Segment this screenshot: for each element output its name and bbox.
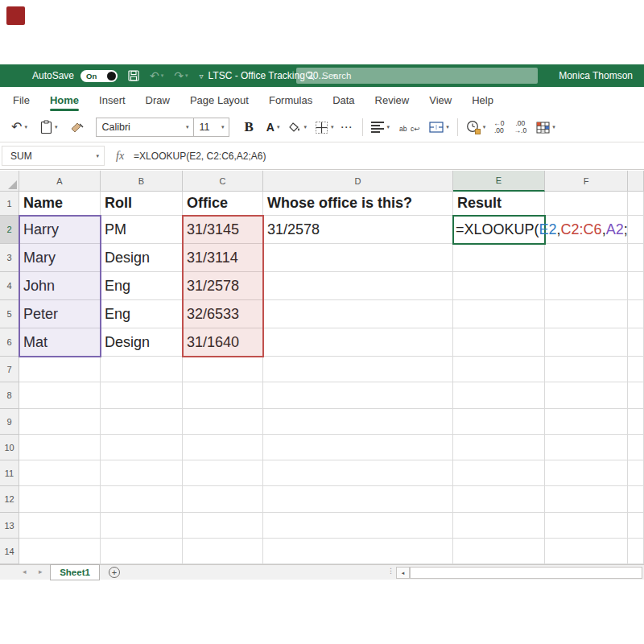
cell-D3[interactable] [263, 244, 453, 272]
cell-B5[interactable]: Eng [101, 300, 183, 328]
cell-F5[interactable] [545, 300, 628, 328]
cell-E14[interactable] [453, 539, 545, 564]
column-header-D[interactable]: D [263, 171, 453, 192]
cell-partial-3[interactable] [628, 244, 644, 272]
font-name-select[interactable]: Calibri ▾ [96, 118, 194, 137]
ribbon-tab-view[interactable]: View [429, 87, 452, 113]
bold-button[interactable]: B [244, 119, 253, 135]
cell-A9[interactable] [19, 409, 101, 435]
ribbon-tab-formulas[interactable]: Formulas [269, 87, 312, 113]
cell-C9[interactable] [183, 409, 263, 435]
select-all-corner[interactable] [0, 171, 19, 192]
undo-toolbar-button[interactable]: ↶ ▾ [11, 121, 27, 134]
paste-button[interactable]: ▾ [40, 120, 58, 134]
horizontal-scrollbar[interactable] [410, 567, 642, 579]
cell-D4[interactable] [263, 272, 453, 300]
cell-A1[interactable]: Name [19, 192, 101, 216]
row-header-5[interactable]: 5 [0, 300, 19, 328]
cell-partial-8[interactable] [628, 382, 644, 409]
ribbon-tab-insert[interactable]: Insert [99, 87, 126, 113]
cell-D10[interactable] [263, 435, 453, 460]
row-header-7[interactable]: 7 [0, 357, 19, 382]
cell-E9[interactable] [453, 409, 545, 435]
cell-A11[interactable] [19, 460, 101, 486]
cell-B7[interactable] [101, 357, 183, 382]
cell-E5[interactable] [453, 300, 545, 328]
cell-C5[interactable]: 32/6533 [183, 300, 263, 328]
cell-F10[interactable] [545, 435, 628, 460]
ribbon-tab-home[interactable]: Home [50, 87, 79, 113]
ribbon-tab-file[interactable]: File [13, 87, 30, 113]
cell-D1[interactable]: Whose office is this? [263, 192, 453, 216]
cell-C11[interactable] [183, 460, 263, 486]
cell-C1[interactable]: Office [183, 192, 263, 216]
ribbon-tab-page-layout[interactable]: Page Layout [190, 87, 249, 113]
cell-D2[interactable]: 31/2578 [263, 216, 453, 244]
cell-partial-11[interactable] [628, 460, 644, 486]
active-cell-editor[interactable]: =XLOOKUP(E2, C2:C6,A2; [456, 216, 644, 244]
cell-partial-13[interactable] [628, 513, 644, 539]
formula-input[interactable]: =XLOOKUP(E2, C2:C6,A2;A6) [134, 151, 266, 162]
cell-partial-7[interactable] [628, 357, 644, 382]
cell-D9[interactable] [263, 409, 453, 435]
cell-C7[interactable] [183, 357, 263, 382]
row-header-1[interactable]: 1 [0, 192, 19, 216]
cell-partial-12[interactable] [628, 486, 644, 513]
cell-E3[interactable] [453, 244, 545, 272]
cell-E11[interactable] [453, 460, 545, 486]
autosave-toggle[interactable]: On [80, 70, 118, 82]
row-header-2[interactable]: 2 [0, 216, 19, 244]
cell-partial-9[interactable] [628, 409, 644, 435]
scroll-left-button[interactable]: ◂ [396, 567, 410, 579]
cell-E1[interactable]: Result [453, 192, 545, 216]
number-format-button[interactable]: ▾ [466, 120, 486, 134]
sheet-tab-sheet1[interactable]: Sheet1 [50, 564, 100, 580]
cell-B12[interactable] [101, 486, 183, 513]
cell-partial-5[interactable] [628, 300, 644, 328]
cell-E10[interactable] [453, 435, 545, 460]
cell-B11[interactable] [101, 460, 183, 486]
cell-B9[interactable] [101, 409, 183, 435]
cell-F9[interactable] [545, 409, 628, 435]
row-header-13[interactable]: 13 [0, 513, 19, 539]
cell-D11[interactable] [263, 460, 453, 486]
cell-A7[interactable] [19, 357, 101, 382]
cell-B13[interactable] [101, 513, 183, 539]
cell-D8[interactable] [263, 382, 453, 409]
prev-sheet-button[interactable]: ◂ [23, 568, 27, 576]
cell-F8[interactable] [545, 382, 628, 409]
user-name[interactable]: Monica Thomson [559, 70, 633, 81]
ribbon-tab-draw[interactable]: Draw [146, 87, 170, 113]
cell-C8[interactable] [183, 382, 263, 409]
cell-A2[interactable]: Harry [19, 216, 101, 244]
row-header-8[interactable]: 8 [0, 382, 19, 409]
cell-B1[interactable]: Roll [101, 192, 183, 216]
cell-F12[interactable] [545, 486, 628, 513]
row-header-3[interactable]: 3 [0, 244, 19, 272]
undo-button[interactable]: ↶ ▾ [150, 69, 163, 82]
scrollbar-drag-handle-icon[interactable]: ⋮ [387, 567, 394, 575]
cell-E7[interactable] [453, 357, 545, 382]
cell-B14[interactable] [101, 539, 183, 564]
cell-F7[interactable] [545, 357, 628, 382]
cell-A13[interactable] [19, 513, 101, 539]
ribbon-tab-review[interactable]: Review [375, 87, 410, 113]
cell-D6[interactable] [263, 328, 453, 357]
add-sheet-button[interactable]: + [109, 567, 120, 578]
cell-F13[interactable] [545, 513, 628, 539]
name-box[interactable]: SUM ▾ [2, 146, 105, 166]
cell-D7[interactable] [263, 357, 453, 382]
decrease-decimal-button[interactable]: .00 →.0 [514, 120, 527, 134]
more-options-button[interactable]: ⋯ [340, 121, 353, 134]
row-header-14[interactable]: 14 [0, 539, 19, 564]
cell-E12[interactable] [453, 486, 545, 513]
cell-partial-4[interactable] [628, 272, 644, 300]
cell-D13[interactable] [263, 513, 453, 539]
cell-E13[interactable] [453, 513, 545, 539]
cell-E6[interactable] [453, 328, 545, 357]
cell-C12[interactable] [183, 486, 263, 513]
cell-F4[interactable] [545, 272, 628, 300]
cell-A14[interactable] [19, 539, 101, 564]
column-header-A[interactable]: A [19, 171, 101, 192]
cell-B8[interactable] [101, 382, 183, 409]
